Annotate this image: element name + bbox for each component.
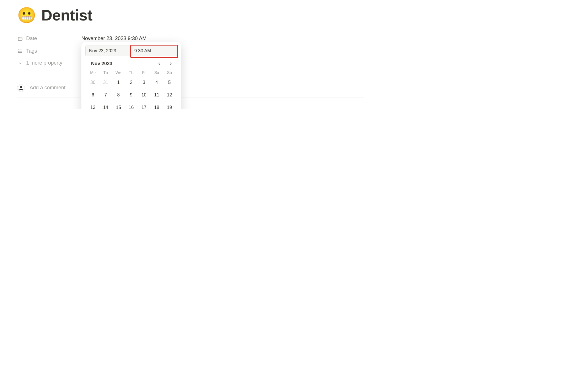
page-title[interactable]: Dentist bbox=[41, 5, 92, 25]
property-date-label: Date bbox=[26, 35, 37, 42]
svg-point-8 bbox=[20, 86, 22, 88]
date-input[interactable]: Nov 23, 2023 bbox=[85, 46, 131, 56]
calendar-icon bbox=[17, 36, 23, 41]
calendar-day[interactable]: 31 bbox=[99, 77, 112, 88]
svg-point-6 bbox=[18, 52, 19, 53]
property-date-value[interactable]: November 23, 2023 9:30 AM bbox=[81, 36, 147, 41]
calendar-dow-row: MoTuWeThFrSaSu bbox=[87, 70, 176, 75]
avatar bbox=[17, 84, 25, 92]
svg-point-4 bbox=[18, 50, 19, 50]
calendar-day[interactable]: 7 bbox=[99, 89, 112, 101]
calendar-day[interactable]: 13 bbox=[87, 102, 99, 109]
calendar-dow: We bbox=[112, 70, 125, 75]
page-title-row: 😬 Dentist bbox=[17, 5, 364, 25]
calendar-day[interactable]: 19 bbox=[163, 102, 176, 109]
svg-rect-0 bbox=[18, 37, 22, 41]
calendar-day[interactable]: 9 bbox=[125, 89, 138, 101]
next-month-button[interactable] bbox=[167, 60, 175, 68]
property-tags-key[interactable]: Tags bbox=[17, 46, 81, 54]
property-date-key[interactable]: Date bbox=[17, 34, 81, 42]
calendar-dow: Su bbox=[163, 70, 176, 75]
calendar-day[interactable]: 15 bbox=[112, 102, 125, 109]
time-input[interactable]: 9:30 AM bbox=[131, 46, 177, 56]
month-label: Nov 2023 bbox=[91, 61, 112, 67]
calendar-day[interactable]: 2 bbox=[125, 77, 138, 88]
calendar-day[interactable]: 3 bbox=[137, 77, 150, 88]
calendar-day[interactable]: 18 bbox=[150, 102, 163, 109]
page-emoji[interactable]: 😬 bbox=[17, 5, 36, 25]
calendar-days-grid: 3031123456789101112131415161718192021222… bbox=[87, 77, 176, 109]
calendar-day[interactable]: 10 bbox=[137, 89, 150, 101]
calendar-day[interactable]: 1 bbox=[112, 77, 125, 88]
add-comment-row[interactable]: Add a comment... bbox=[17, 78, 364, 98]
calendar-day[interactable]: 17 bbox=[137, 102, 150, 109]
svg-point-5 bbox=[18, 51, 19, 51]
calendar-day[interactable]: 6 bbox=[87, 89, 99, 101]
calendar-dow: Th bbox=[125, 70, 138, 75]
more-properties-label: 1 more property bbox=[26, 60, 62, 66]
calendar-day[interactable]: 8 bbox=[112, 89, 125, 101]
calendar-day[interactable]: 12 bbox=[163, 89, 176, 101]
more-properties-toggle[interactable]: 1 more property bbox=[17, 60, 364, 66]
calendar-day[interactable]: 4 bbox=[150, 77, 163, 88]
comment-placeholder: Add a comment... bbox=[30, 84, 70, 91]
calendar-dow: Tu bbox=[99, 70, 112, 75]
calendar-day[interactable]: 5 bbox=[163, 77, 176, 88]
prev-month-button[interactable] bbox=[155, 60, 163, 68]
property-tags-label: Tags bbox=[26, 48, 37, 54]
date-picker-popup: Nov 23, 2023 9:30 AM Nov 2023 bbox=[81, 42, 181, 109]
calendar-dow: Mo bbox=[87, 70, 99, 75]
calendar-day[interactable]: 16 bbox=[125, 102, 138, 109]
list-icon bbox=[17, 49, 23, 54]
calendar-dow: Fr bbox=[137, 70, 150, 75]
chevron-down-icon bbox=[17, 61, 23, 65]
calendar-dow: Sa bbox=[150, 70, 163, 75]
calendar-day[interactable]: 14 bbox=[99, 102, 112, 109]
calendar-day[interactable]: 30 bbox=[87, 77, 99, 88]
calendar-day[interactable]: 11 bbox=[150, 89, 163, 101]
